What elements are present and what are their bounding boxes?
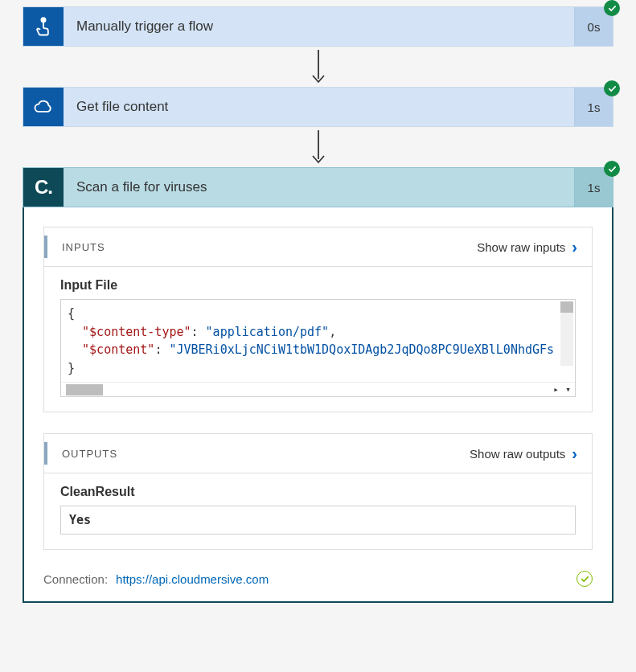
outputs-label: OUTPUTS xyxy=(62,448,470,460)
step-body: INPUTS Show raw inputs › Input File { "$… xyxy=(23,207,613,603)
outputs-section: OUTPUTS Show raw outputs › CleanResult Y… xyxy=(43,433,593,550)
cloudmersive-icon: C. xyxy=(23,168,64,207)
show-raw-outputs-label: Show raw outputs xyxy=(470,447,565,461)
inputs-section: INPUTS Show raw inputs › Input File { "$… xyxy=(43,227,593,412)
connection-label: Connection: xyxy=(43,572,108,586)
touch-icon xyxy=(23,7,64,46)
cloud-icon xyxy=(23,88,64,126)
show-raw-outputs-button[interactable]: Show raw outputs › xyxy=(470,445,577,461)
show-raw-inputs-button[interactable]: Show raw inputs › xyxy=(477,239,577,255)
cleanresult-label: CleanResult xyxy=(60,485,576,499)
input-file-label: Input File xyxy=(60,278,576,293)
connection-ok-icon xyxy=(577,571,593,587)
flow-arrow xyxy=(307,47,330,87)
horizontal-scrollbar[interactable]: ▸ ▾ xyxy=(61,382,575,396)
chevron-right-icon: › xyxy=(572,445,577,461)
show-raw-inputs-label: Show raw inputs xyxy=(477,240,565,254)
step-get-file-content[interactable]: Get file content 1s xyxy=(23,87,613,127)
connection-row: Connection: https://api.cloudmersive.com xyxy=(43,571,593,587)
svg-point-0 xyxy=(41,18,45,22)
cleanresult-value: Yes xyxy=(60,506,576,535)
success-badge xyxy=(604,80,620,96)
step-title: Manually trigger a flow xyxy=(64,7,574,46)
success-badge xyxy=(604,161,620,177)
success-badge xyxy=(604,0,620,16)
step-manually-trigger[interactable]: Manually trigger a flow 0s xyxy=(23,6,613,47)
vertical-scrollbar[interactable] xyxy=(560,301,573,366)
input-file-code[interactable]: { "$content-type": "application/pdf", "$… xyxy=(60,299,576,397)
connection-link[interactable]: https://api.cloudmersive.com xyxy=(116,572,269,586)
inputs-label: INPUTS xyxy=(62,241,477,253)
flow-arrow xyxy=(307,127,330,167)
step-title: Get file content xyxy=(64,88,574,126)
step-scan-file[interactable]: C. Scan a file for viruses 1s INPUTS Sho… xyxy=(23,167,613,603)
chevron-right-icon: › xyxy=(572,239,577,255)
step-title: Scan a file for viruses xyxy=(64,168,574,207)
